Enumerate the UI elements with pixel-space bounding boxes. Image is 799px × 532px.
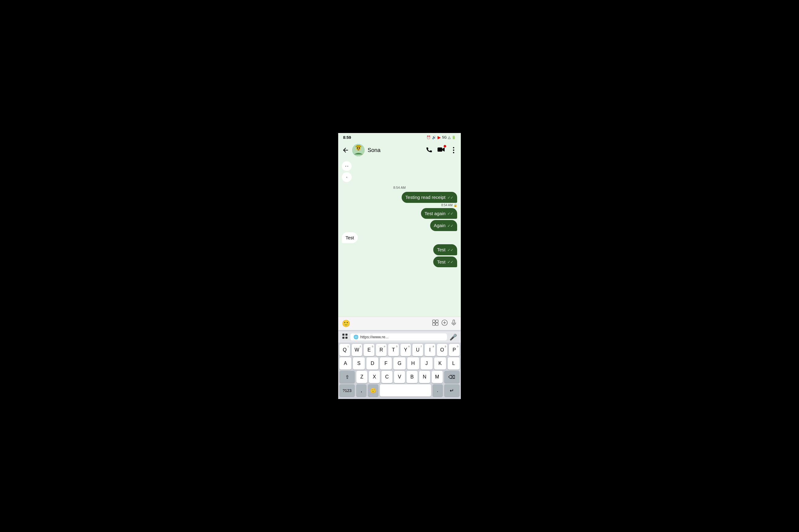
network-icon: 5G — [442, 135, 447, 139]
keyboard-row-4: ?123 , 🙂 . ↵ — [339, 384, 460, 397]
message-text: Testing read receipt — [405, 194, 445, 201]
chat-area: • • • 8:54 AM Testing read receipt ✓✓ 8:… — [338, 159, 461, 317]
key-k[interactable]: K — [434, 357, 446, 369]
key-s[interactable]: S — [353, 357, 365, 369]
read-receipt-icon-3: ✓✓ — [447, 224, 453, 229]
svg-point-2 — [357, 147, 358, 149]
enter-key[interactable]: ↵ — [444, 384, 460, 397]
input-bar: 🙂 — [338, 317, 461, 330]
video-call-button[interactable] — [438, 146, 445, 154]
emoji-button[interactable]: 🙂 — [342, 320, 350, 328]
shift-key[interactable]: ⇧ — [339, 371, 355, 383]
keyboard-row-3: ⇧ Z X C V B N M ⌫ — [339, 371, 460, 383]
key-v[interactable]: V — [394, 371, 405, 383]
svg-rect-15 — [342, 337, 345, 339]
url-text: https://www.re... — [360, 335, 388, 339]
keyboard-row-2: A S D F G H J K L — [339, 357, 460, 369]
keyboard-row-1: Q1 W2 E3 R4 T5 Y6 U7 I8 O9 P0 — [339, 344, 460, 356]
signal-icon: △ — [448, 135, 450, 139]
avatar — [352, 144, 365, 156]
message-text-2: Test again — [425, 211, 445, 217]
battery-icon: 🔋 — [452, 135, 456, 139]
timestamp-854: 8:54 AM — [342, 186, 457, 189]
svg-rect-6 — [436, 320, 438, 322]
key-y[interactable]: Y6 — [401, 344, 411, 356]
svg-rect-4 — [438, 147, 442, 152]
key-m[interactable]: M — [432, 371, 443, 383]
youtube-icon: ▶ — [438, 135, 441, 140]
svg-rect-5 — [433, 320, 435, 322]
svg-rect-16 — [346, 337, 348, 339]
key-o[interactable]: O9 — [437, 344, 448, 356]
keyboard-suggestion-bar: 🌐 https://www.re... 🎤 — [338, 331, 461, 343]
message-text-5: Test — [437, 259, 445, 265]
more-options-button[interactable]: ⋮ — [450, 146, 457, 154]
key-a[interactable]: A — [339, 357, 351, 369]
period-key[interactable]: . — [433, 384, 443, 397]
emoji-key[interactable]: 🙂 — [368, 384, 378, 397]
keyboard-grid-icon[interactable] — [342, 333, 348, 341]
voice-button[interactable] — [450, 319, 457, 328]
key-x[interactable]: X — [369, 371, 380, 383]
key-i[interactable]: I8 — [425, 344, 435, 356]
key-q[interactable]: Q1 — [339, 344, 350, 356]
older-message-1: • • — [342, 161, 352, 171]
message-input[interactable] — [353, 321, 430, 326]
symbols-key[interactable]: ?123 — [339, 384, 355, 397]
sound-icon: 🔊 — [432, 135, 436, 139]
add-button[interactable] — [441, 319, 448, 328]
keyboard-rows: Q1 W2 E3 R4 T5 Y6 U7 I8 O9 P0 A S D F G … — [338, 344, 461, 397]
status-time: 8:59 — [343, 135, 351, 140]
alarm-icon: ⏰ — [426, 135, 431, 139]
back-button[interactable] — [342, 147, 349, 154]
sticker-button[interactable] — [432, 319, 439, 328]
key-n[interactable]: N — [419, 371, 430, 383]
key-f[interactable]: F — [380, 357, 392, 369]
key-l[interactable]: L — [448, 357, 460, 369]
chat-header: Sona ⋮ — [338, 141, 461, 159]
key-h[interactable]: H — [407, 357, 419, 369]
read-receipt-icon: ✓✓ — [447, 195, 453, 201]
key-z[interactable]: Z — [356, 371, 367, 383]
read-receipt-icon-2: ✓✓ — [447, 211, 453, 216]
space-key[interactable] — [380, 384, 431, 397]
keyboard-url-bar[interactable]: 🌐 https://www.re... — [350, 334, 447, 340]
svg-rect-13 — [342, 334, 345, 336]
message-sent-test-1: Test ✓✓ — [433, 244, 457, 255]
key-u[interactable]: U7 — [412, 344, 423, 356]
read-receipt-icon-5: ✓✓ — [447, 260, 453, 265]
key-c[interactable]: C — [382, 371, 392, 383]
message-text-received: Test — [346, 235, 354, 241]
key-e[interactable]: E3 — [364, 344, 374, 356]
message-test-again: Test again ✓✓ — [421, 208, 457, 219]
key-p[interactable]: P0 — [449, 344, 460, 356]
backspace-key[interactable]: ⌫ — [444, 371, 460, 383]
message-text-3: Again — [434, 223, 445, 229]
svg-point-3 — [359, 147, 360, 149]
message-received-test: Test — [342, 232, 358, 243]
keyboard: 🌐 https://www.re... 🎤 Q1 W2 E3 R4 T5 Y6 … — [338, 330, 461, 399]
key-d[interactable]: D — [366, 357, 378, 369]
key-j[interactable]: J — [421, 357, 433, 369]
call-button[interactable] — [426, 146, 433, 154]
message-sent-test-2: Test ✓✓ — [433, 256, 457, 268]
message-time-lock: 8:54 AM 🔒 — [441, 204, 457, 207]
read-receipt-icon-4: ✓✓ — [447, 248, 453, 253]
comma-key[interactable]: , — [356, 384, 366, 397]
status-bar: 8:59 ⏰ 🔊 ▶ 5G △ 🔋 — [338, 133, 461, 141]
key-b[interactable]: B — [407, 371, 417, 383]
key-g[interactable]: G — [393, 357, 405, 369]
message-again: Again ✓✓ — [430, 220, 457, 231]
keyboard-mic-button[interactable]: 🎤 — [449, 334, 457, 341]
key-r[interactable]: R4 — [376, 344, 387, 356]
message-testing-read-receipt: Testing read receipt ✓✓ — [402, 192, 457, 203]
svg-rect-14 — [346, 334, 348, 336]
globe-icon: 🌐 — [354, 335, 358, 339]
svg-rect-8 — [436, 323, 438, 325]
status-icons: ⏰ 🔊 ▶ 5G △ 🔋 — [426, 135, 456, 140]
message-text-4: Test — [437, 247, 445, 253]
key-t[interactable]: T5 — [388, 344, 399, 356]
header-actions: ⋮ — [426, 146, 457, 154]
svg-rect-7 — [433, 323, 435, 325]
key-w[interactable]: W2 — [352, 344, 363, 356]
